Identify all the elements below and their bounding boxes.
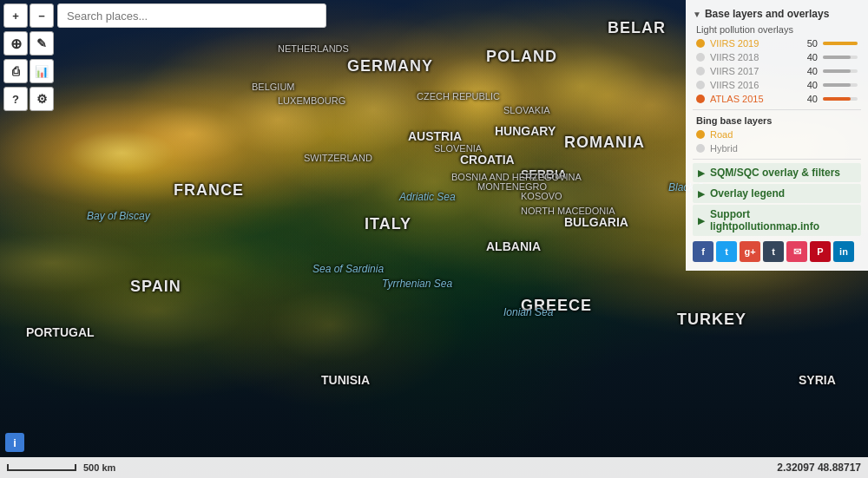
layer-dot bbox=[696, 67, 705, 75]
layer-name: VIIRS 2019 bbox=[710, 38, 800, 49]
light-pollution-section: Light pollution overlays VIIRS 201950VII… bbox=[693, 23, 861, 106]
layer-value: 40 bbox=[800, 80, 818, 90]
layer-value: 40 bbox=[800, 66, 818, 76]
layer-dot bbox=[696, 95, 705, 103]
location-button[interactable]: ⊕ bbox=[3, 31, 28, 56]
scale-label: 500 km bbox=[83, 462, 115, 473]
search-input[interactable] bbox=[57, 3, 326, 28]
panel-header[interactable]: ▼ Base layers and overlays bbox=[693, 5, 861, 23]
layer-name: VIIRS 2017 bbox=[710, 66, 800, 76]
zoom-in-button[interactable]: + bbox=[3, 3, 28, 28]
layer-name: VIIRS 2016 bbox=[710, 80, 800, 90]
layer-value: 50 bbox=[800, 38, 818, 49]
layer-slider-fill bbox=[823, 97, 851, 101]
social-pinterest-button[interactable]: P bbox=[810, 241, 831, 262]
bing-layer-name: Road bbox=[710, 129, 858, 140]
social-linkedin-button[interactable]: in bbox=[833, 241, 854, 262]
bing-layer-list: RoadHybrid bbox=[693, 128, 861, 155]
map-container[interactable]: GERMANYFRANCESPAINITALYPOLANDROMANIABELA… bbox=[0, 0, 868, 478]
layer-slider-fill bbox=[823, 42, 858, 45]
legend-section[interactable]: ▶ Overlay legend bbox=[693, 184, 861, 203]
layer-slider[interactable] bbox=[823, 69, 858, 73]
social-tumblr-button[interactable]: t bbox=[763, 241, 784, 262]
sqm-label: SQM/SQC overlay & filters bbox=[710, 167, 840, 179]
layer-slider-fill bbox=[823, 69, 851, 73]
scale-line bbox=[7, 464, 76, 471]
layer-item[interactable]: VIIRS 201840 bbox=[693, 50, 861, 64]
layer-item[interactable]: ATLAS 201540 bbox=[693, 92, 861, 106]
social-google-plus-button[interactable]: g+ bbox=[740, 241, 760, 262]
layer-slider-fill bbox=[823, 83, 851, 87]
bing-layer-name: Hybrid bbox=[710, 143, 858, 154]
layer-dot bbox=[696, 53, 705, 62]
layer-list: VIIRS 201950VIIRS 201840VIIRS 201740VIIR… bbox=[693, 36, 861, 106]
layer-value: 40 bbox=[800, 52, 818, 62]
help-button[interactable]: ? bbox=[3, 87, 28, 111]
coordinates: 2.32097 48.88717 bbox=[777, 462, 861, 474]
scale-bar: 500 km bbox=[7, 462, 115, 473]
bing-layer-dot bbox=[696, 144, 705, 153]
bing-layer-item[interactable]: Hybrid bbox=[693, 141, 861, 155]
bottom-bar: 500 km 2.32097 48.88717 bbox=[0, 457, 868, 478]
toolbar: + − ⊕ ✎ ⎙ 📊 ? ⚙ bbox=[0, 0, 57, 115]
support-label: Support lightpollutionmap.info bbox=[710, 208, 856, 232]
bing-section: Bing base layers RoadHybrid bbox=[693, 114, 861, 155]
bing-title: Bing base layers bbox=[696, 114, 861, 128]
layer-dot bbox=[696, 39, 705, 48]
layer-slider-fill bbox=[823, 56, 851, 59]
chart-button[interactable]: 📊 bbox=[30, 59, 54, 83]
info-button[interactable]: i bbox=[5, 433, 24, 452]
layer-name: VIIRS 2018 bbox=[710, 52, 800, 62]
layer-slider[interactable] bbox=[823, 56, 858, 59]
social-facebook-button[interactable]: f bbox=[693, 241, 713, 262]
panel-arrow: ▼ bbox=[693, 10, 701, 19]
layer-dot bbox=[696, 81, 705, 89]
layer-value: 40 bbox=[800, 94, 818, 104]
layer-name: ATLAS 2015 bbox=[710, 94, 800, 104]
social-bar: ftg+t✉Pin bbox=[693, 238, 861, 265]
settings-button[interactable]: ⚙ bbox=[30, 87, 54, 111]
layer-slider[interactable] bbox=[823, 97, 858, 101]
social-twitter-button[interactable]: t bbox=[716, 241, 737, 262]
support-section[interactable]: ▶ Support lightpollutionmap.info bbox=[693, 205, 861, 236]
social-email-button[interactable]: ✉ bbox=[786, 241, 807, 262]
light-pollution-title: Light pollution overlays bbox=[696, 23, 861, 36]
layer-item[interactable]: VIIRS 201950 bbox=[693, 36, 861, 50]
print-button[interactable]: ⎙ bbox=[3, 59, 28, 83]
panel-title: Base layers and overlays bbox=[705, 8, 829, 20]
layer-item[interactable]: VIIRS 201740 bbox=[693, 64, 861, 78]
bing-layer-dot bbox=[696, 130, 705, 139]
bing-layer-item[interactable]: Road bbox=[693, 128, 861, 141]
layer-slider[interactable] bbox=[823, 42, 858, 45]
layer-item[interactable]: VIIRS 201640 bbox=[693, 78, 861, 92]
sqm-section[interactable]: ▶ SQM/SQC overlay & filters bbox=[693, 163, 861, 182]
zoom-out-button[interactable]: − bbox=[30, 3, 54, 28]
right-panel: ▼ Base layers and overlays Light polluti… bbox=[686, 0, 868, 271]
layer-slider[interactable] bbox=[823, 83, 858, 87]
legend-label: Overlay legend bbox=[710, 187, 785, 200]
edit-button[interactable]: ✎ bbox=[30, 31, 54, 56]
